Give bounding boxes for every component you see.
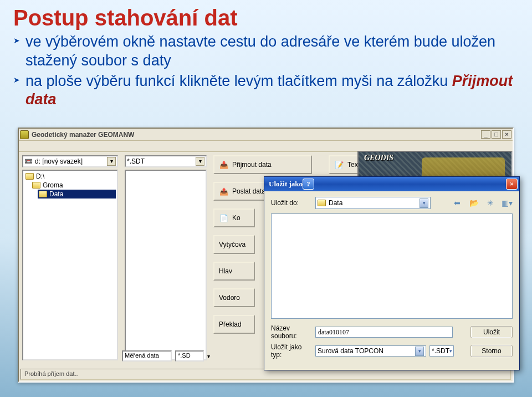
folder-open-icon xyxy=(32,182,40,189)
save-in-combo[interactable]: Data ▾ xyxy=(315,197,431,209)
data-type-field[interactable]: Měřená data xyxy=(122,350,172,362)
filter-selector[interactable]: *.SDT ▾ xyxy=(125,155,207,167)
app-icon xyxy=(20,130,29,139)
file-list[interactable] xyxy=(125,170,207,360)
tree-node-root[interactable]: D:\ xyxy=(24,172,116,181)
bullet-2: na ploše výběru funkcí klikněte levým tl… xyxy=(13,72,519,110)
folder-open-icon xyxy=(318,200,326,206)
chevron-down-icon[interactable]: ▾ xyxy=(449,348,452,354)
filetype-combo[interactable]: Surová data TOPCON ▾ xyxy=(315,345,426,357)
folder-tree[interactable]: D:\ Groma Data xyxy=(22,170,118,360)
bullet-2-text: na ploše výběru funkcí klikněte levým tl… xyxy=(25,73,452,89)
dialog-title: Uložit jako xyxy=(269,180,303,189)
folder-open-icon xyxy=(25,173,34,180)
chevron-down-icon[interactable]: ▾ xyxy=(420,198,428,208)
bullet-1: ve výběrovém okně nastavte cestu do adre… xyxy=(13,33,519,70)
receive-icon: 📥 xyxy=(219,160,229,169)
status-bar: Probíhá příjem dat.. xyxy=(21,369,511,380)
cancel-button[interactable]: Storno xyxy=(470,345,513,357)
tree-node-data[interactable]: Data xyxy=(38,190,116,198)
save-as-dialog: Uložit jako ? × Uložit do: Data ▾ ⬅ 📂 ✳ … xyxy=(264,176,520,370)
menubar[interactable] xyxy=(19,141,513,152)
drive-selector[interactable]: 📼 d: [nový svazek] ▾ xyxy=(22,155,118,167)
drive-value: d: [nový svazek] xyxy=(35,157,83,165)
dialog-close-button[interactable]: × xyxy=(506,179,518,190)
save-button[interactable]: Uložit xyxy=(470,326,513,338)
ko-button[interactable]: 📄Ko xyxy=(213,208,255,227)
filetype-ext[interactable]: *.SDT ▾ xyxy=(429,345,454,357)
preklad-button[interactable]: Překlad xyxy=(213,315,255,334)
filetype-label: Uložit jako typ: xyxy=(271,343,312,359)
folder-open-icon xyxy=(39,191,47,197)
chevron-down-icon[interactable]: ▾ xyxy=(415,347,424,356)
tree-node-groma[interactable]: Groma xyxy=(31,181,116,190)
chevron-down-icon[interactable]: ▾ xyxy=(107,157,116,166)
minimize-button[interactable]: _ xyxy=(481,130,490,139)
chevron-down-icon[interactable]: ▾ xyxy=(196,157,204,166)
dialog-file-list[interactable] xyxy=(271,213,513,319)
doc-icon: 📄 xyxy=(219,213,229,222)
close-button[interactable]: × xyxy=(502,130,511,139)
up-folder-icon[interactable]: 📂 xyxy=(468,198,479,208)
brand-name: GEODIS xyxy=(364,154,393,162)
hlav-button[interactable]: Hlav xyxy=(213,262,255,281)
vodoro-button[interactable]: Vodoro xyxy=(213,288,255,307)
receive-data-button[interactable]: 📥Přijmout data xyxy=(213,155,312,174)
page-title: Postup stahování dat xyxy=(13,6,519,30)
view-menu-icon[interactable]: ▥▾ xyxy=(502,198,513,208)
filter-value: *.SDT xyxy=(127,157,145,165)
new-folder-icon[interactable]: ✳ xyxy=(485,198,496,208)
window-titlebar: Geodetický manažer GEOMANW _ □ × xyxy=(19,129,513,141)
send-icon: 📤 xyxy=(219,187,229,196)
window-title: Geodetický manažer GEOMANW xyxy=(32,131,134,139)
save-in-value: Data xyxy=(329,199,342,207)
chevron-down-icon[interactable]: ▾ xyxy=(207,353,210,359)
save-in-label: Uložit do: xyxy=(271,199,312,207)
edit-icon: 📝 xyxy=(334,160,344,169)
vytycova-button[interactable]: Vytyčova xyxy=(213,235,255,254)
filename-input[interactable] xyxy=(315,327,453,338)
data-ext-field[interactable]: *.SD xyxy=(175,350,204,362)
maximize-button[interactable]: □ xyxy=(492,130,501,139)
filename-label: Název souboru: xyxy=(271,324,312,340)
back-icon[interactable]: ⬅ xyxy=(452,198,463,208)
help-button[interactable]: ? xyxy=(303,179,314,190)
dialog-titlebar: Uložit jako ? × xyxy=(264,177,519,191)
